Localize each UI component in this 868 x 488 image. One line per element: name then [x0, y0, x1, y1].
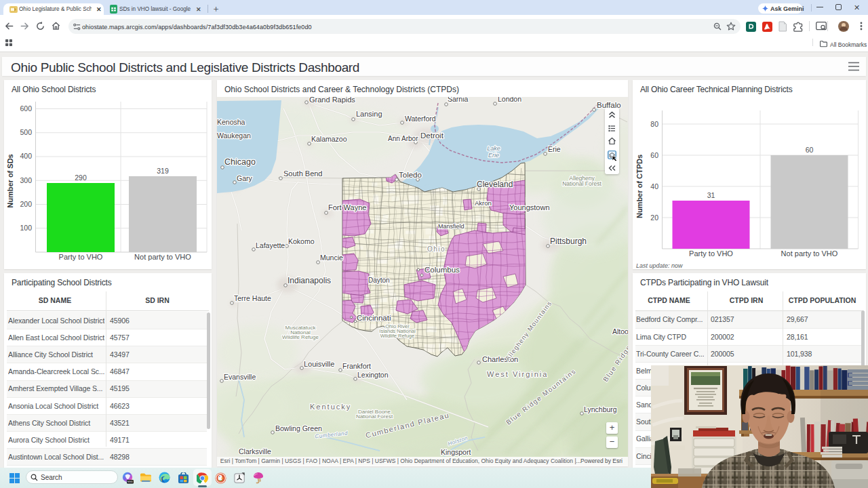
svg-text:Kenosha: Kenosha — [217, 118, 245, 126]
svg-text:300: 300 — [20, 176, 32, 184]
svg-text:Erie: Erie — [548, 145, 561, 153]
svg-text:Fort Wayne: Fort Wayne — [328, 203, 366, 211]
svg-text:31: 31 — [707, 191, 715, 199]
svg-text:290: 290 — [75, 174, 87, 182]
svg-text:Lynchburg: Lynchburg — [584, 405, 617, 413]
svg-text:Youngstown: Youngstown — [509, 203, 550, 211]
svg-text:Pittsburgh: Pittsburgh — [550, 237, 587, 246]
svg-text:Toledo: Toledo — [399, 171, 422, 179]
svg-text:200: 200 — [20, 200, 32, 208]
svg-text:40: 40 — [650, 182, 658, 190]
svg-text:Gary: Gary — [237, 174, 253, 182]
svg-text:Cincinnati: Cincinnati — [357, 314, 391, 322]
svg-text:80: 80 — [650, 120, 658, 128]
svg-text:Terre Haute: Terre Haute — [234, 294, 271, 302]
svg-text:Cleveland: Cleveland — [477, 180, 513, 189]
svg-text:20: 20 — [650, 214, 658, 222]
svg-text:Wildlife Refuge: Wildlife Refuge — [380, 333, 414, 339]
svg-text:Indianapolis: Indianapolis — [288, 276, 331, 285]
svg-text:Kentucky: Kentucky — [310, 403, 351, 411]
svg-text:Muncie: Muncie — [320, 253, 343, 262]
svg-text:Kalamazoo: Kalamazoo — [311, 135, 347, 143]
svg-text:Party to VHO: Party to VHO — [689, 249, 733, 258]
svg-text:Lafayette: Lafayette — [256, 241, 285, 249]
svg-text:Not party to VHO: Not party to VHO — [134, 253, 191, 261]
svg-text:Clarksville: Clarksville — [239, 447, 271, 455]
svg-text:Lexington: Lexington — [357, 371, 389, 379]
svg-text:South Bend: South Bend — [283, 169, 323, 178]
svg-text:Bowling Green: Bowling Green — [275, 424, 322, 432]
svg-text:400: 400 — [20, 152, 32, 160]
svg-text:Lansing: Lansing — [356, 110, 382, 118]
svg-text:60: 60 — [650, 151, 658, 159]
svg-text:National Forest: National Forest — [562, 180, 601, 187]
svg-text:100: 100 — [20, 224, 32, 232]
svg-text:Chicago: Chicago — [224, 157, 256, 167]
svg-text:600: 600 — [20, 104, 32, 113]
svg-text:Ann Arbor: Ann Arbor — [388, 135, 418, 142]
svg-text:500: 500 — [20, 128, 32, 136]
svg-text:Number of SDs: Number of SDs — [6, 154, 14, 207]
svg-text:National Forest: National Forest — [356, 413, 393, 420]
svg-text:Party to VHO: Party to VHO — [59, 253, 103, 261]
svg-text:319: 319 — [157, 167, 169, 175]
svg-text:Altoona: Altoona — [612, 327, 628, 336]
svg-text:Wildlife Refuge: Wildlife Refuge — [282, 334, 319, 340]
svg-text:Mansfield: Mansfield — [438, 223, 465, 230]
svg-text:Sarnia: Sarnia — [448, 97, 469, 103]
svg-text:Last update: now: Last update: now — [636, 262, 683, 269]
svg-text:Kokomo: Kokomo — [288, 237, 315, 245]
svg-text:West Virginia: West Virginia — [487, 370, 548, 378]
svg-text:60: 60 — [806, 146, 814, 154]
svg-text:Louisville: Louisville — [304, 360, 334, 368]
svg-text:London: London — [498, 97, 521, 103]
svg-text:Erie: Erie — [488, 152, 499, 159]
svg-text:Dayton: Dayton — [368, 277, 390, 284]
svg-text:Grand Rapids: Grand Rapids — [309, 97, 355, 104]
svg-text:Detroit: Detroit — [420, 131, 444, 140]
svg-text:Not party to VHO: Not party to VHO — [781, 249, 838, 258]
svg-text:M365: M365 — [127, 481, 134, 483]
svg-text:Kingsport: Kingsport — [441, 448, 471, 456]
svg-text:Akron: Akron — [475, 199, 492, 207]
svg-text:Waukegan: Waukegan — [217, 131, 251, 140]
svg-text:Waterford: Waterford — [405, 115, 436, 123]
svg-text:Columbus: Columbus — [425, 266, 460, 274]
svg-text:Number of CTPDs: Number of CTPDs — [635, 155, 644, 218]
svg-text:Ohio: Ohio — [427, 245, 446, 253]
svg-text:Evansville: Evansville — [224, 373, 256, 381]
svg-text:Lake: Lake — [487, 145, 500, 152]
svg-text:Frankfort: Frankfort — [342, 362, 371, 370]
